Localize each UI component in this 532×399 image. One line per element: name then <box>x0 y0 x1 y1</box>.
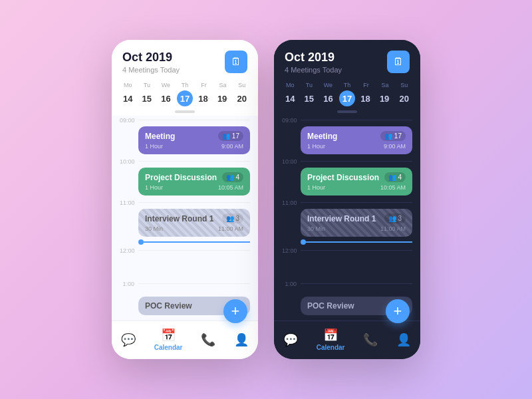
dark-day-col-we[interactable]: We 16 <box>319 82 336 106</box>
dark-week-row: Mo 14 Tu 15 We 16 Th 17 Fr 18· Sa 19· <box>274 79 420 108</box>
dark-day-col-fr[interactable]: Fr 18· <box>358 82 375 106</box>
dark-meeting-title: Meeting <box>307 132 337 141</box>
event-meeting[interactable]: Meeting 👥 17 1 Hour 9:00 AM <box>138 126 250 154</box>
dark-timeline: 09:00 Meeting 👥 17 1 Hour 9:00 AM 10:00 <box>274 116 420 321</box>
day-col-we[interactable]: We 16 <box>157 82 174 106</box>
dark-phone-icon: 📞 <box>363 332 378 347</box>
nav-calendar[interactable]: 📅 Calendar <box>154 328 183 351</box>
dark-interview-meta: 30 Min 11:00 AM <box>307 225 406 232</box>
day-col-tu[interactable]: Tu 15 <box>138 82 156 106</box>
interview-attendees: 👥 3 <box>222 213 243 223</box>
dark-day-col-su[interactable]: Su 20 <box>396 82 413 106</box>
day-col-fr[interactable]: Fr 18· <box>196 82 213 106</box>
meeting-title: Meeting <box>145 132 175 141</box>
interview-meta: 30 Min 11:00 AM <box>145 225 243 232</box>
dark-time-slot-1000: 10:00 <box>282 157 412 165</box>
time-slot-900: 09:00 <box>120 116 250 124</box>
meeting-attendees: 👥 17 <box>218 131 243 141</box>
calendar-icon-btn[interactable]: 🗓 <box>225 51 247 73</box>
nav-profile[interactable]: 👤 <box>234 332 249 347</box>
month-year: Oct 2019 <box>122 51 180 65</box>
nav-phone[interactable]: 📞 <box>201 332 215 347</box>
day-col-sa[interactable]: Sa 19· <box>214 82 231 106</box>
dark-time-slot-900: 09:00 <box>282 116 412 124</box>
dark-current-time-indicator <box>301 239 412 245</box>
time-slot-1000: 10:00 <box>120 157 250 165</box>
dark-profile-icon: 👤 <box>396 332 411 347</box>
dark-event-meeting[interactable]: Meeting 👥 17 1 Hour 9:00 AM <box>301 126 412 154</box>
phones-container: Oct 2019 4 Meetings Today 🗓 Mo 14 Tu 15 … <box>112 40 420 359</box>
interview-title: Interview Round 1 <box>145 214 213 223</box>
profile-icon: 👤 <box>234 332 249 347</box>
scroll-indicator <box>175 110 195 113</box>
dark-phone: Oct 2019 4 Meetings Today 🗓 Mo 14 Tu 15 … <box>274 40 420 359</box>
dark-month-year: Oct 2019 <box>285 51 342 65</box>
dark-header-text: Oct 2019 4 Meetings Today <box>285 51 342 74</box>
dark-time-slot-100: 1:00 <box>282 279 412 287</box>
dark-meetings-today: 4 Meetings Today <box>285 66 342 74</box>
light-timeline: 09:00 Meeting 👥 17 1 Hour 9:00 AM 10:00 <box>112 116 258 321</box>
dark-calendar-nav-label: Calendar <box>317 344 345 351</box>
dark-nav-calendar[interactable]: 📅 Calendar <box>317 328 345 351</box>
dark-event-interview[interactable]: Interview Round 1 👥 3 30 Min 11:00 AM <box>301 209 412 237</box>
dark-day-col-th[interactable]: Th 17 <box>338 82 356 106</box>
fab-button[interactable]: + <box>223 299 247 323</box>
time-slot-1200: 12:00 <box>120 246 250 254</box>
calendar-nav-label: Calendar <box>154 344 183 351</box>
dark-project-meta: 1 Hour 10:05 AM <box>307 184 406 191</box>
dark-time-slot-1100: 11:00 <box>282 198 412 206</box>
dark-time-slot-1200: 12:00 <box>282 246 412 254</box>
time-slot-1100: 11:00 <box>120 198 250 206</box>
dark-header: Oct 2019 4 Meetings Today 🗓 <box>274 40 420 79</box>
dark-calendar-nav-icon: 📅 <box>323 328 338 342</box>
week-row: Mo 14 Tu 15 We 16 Th 17 Fr 18· Sa 19· <box>112 79 258 108</box>
dark-interview-attendees: 👥 3 <box>384 213 406 223</box>
dark-scroll-indicator <box>337 110 357 113</box>
dark-chat-icon: 💬 <box>283 332 298 347</box>
dark-project-title: Project Discussion <box>307 173 379 182</box>
dark-fab-button[interactable]: + <box>386 299 410 323</box>
day-col-th[interactable]: Th 17 <box>176 82 194 106</box>
dark-day-col-tu[interactable]: Tu 15 <box>301 82 318 106</box>
dark-meeting-attendees: 👥 17 <box>380 131 406 141</box>
chat-icon: 💬 <box>121 332 136 347</box>
dark-day-col-sa[interactable]: Sa 19· <box>376 82 394 106</box>
dark-meeting-meta: 1 Hour 9:00 AM <box>307 143 406 150</box>
time-slot-100: 1:00 <box>120 279 250 287</box>
event-interview[interactable]: Interview Round 1 👥 3 30 Min 11:00 AM <box>138 209 250 237</box>
calendar-nav-icon: 📅 <box>161 328 176 342</box>
meeting-meta: 1 Hour 9:00 AM <box>145 143 243 150</box>
nav-chat[interactable]: 💬 <box>121 332 136 347</box>
light-header: Oct 2019 4 Meetings Today 🗓 <box>112 40 258 79</box>
light-bottom-nav: 💬 📅 Calendar 📞 👤 <box>112 321 258 359</box>
meetings-today: 4 Meetings Today <box>122 66 180 74</box>
event-project[interactable]: Project Discussion 👥 4 1 Hour 10:05 AM <box>138 168 250 196</box>
dark-nav-phone[interactable]: 📞 <box>363 332 378 347</box>
dark-interview-title: Interview Round 1 <box>307 214 376 223</box>
day-col-su[interactable]: Su 20 <box>233 82 251 106</box>
dark-event-project[interactable]: Project Discussion 👥 4 1 Hour 10:05 AM <box>301 168 412 196</box>
dark-calendar-icon-btn[interactable]: 🗓 <box>387 51 410 73</box>
light-phone: Oct 2019 4 Meetings Today 🗓 Mo 14 Tu 15 … <box>112 40 258 359</box>
day-col-mo[interactable]: Mo 14 <box>119 82 136 106</box>
dark-bottom-nav: 💬 📅 Calendar 📞 👤 <box>274 321 420 359</box>
header-text: Oct 2019 4 Meetings Today <box>122 51 180 74</box>
dark-nav-profile[interactable]: 👤 <box>396 332 411 347</box>
dark-project-attendees: 👥 4 <box>384 172 406 182</box>
project-meta: 1 Hour 10:05 AM <box>145 184 243 191</box>
phone-icon: 📞 <box>201 332 215 347</box>
project-attendees: 👥 4 <box>222 172 243 182</box>
dark-day-col-mo[interactable]: Mo 14 <box>281 82 299 106</box>
dark-nav-chat[interactable]: 💬 <box>283 332 298 347</box>
current-time-indicator <box>138 239 250 245</box>
project-title: Project Discussion <box>145 173 217 182</box>
